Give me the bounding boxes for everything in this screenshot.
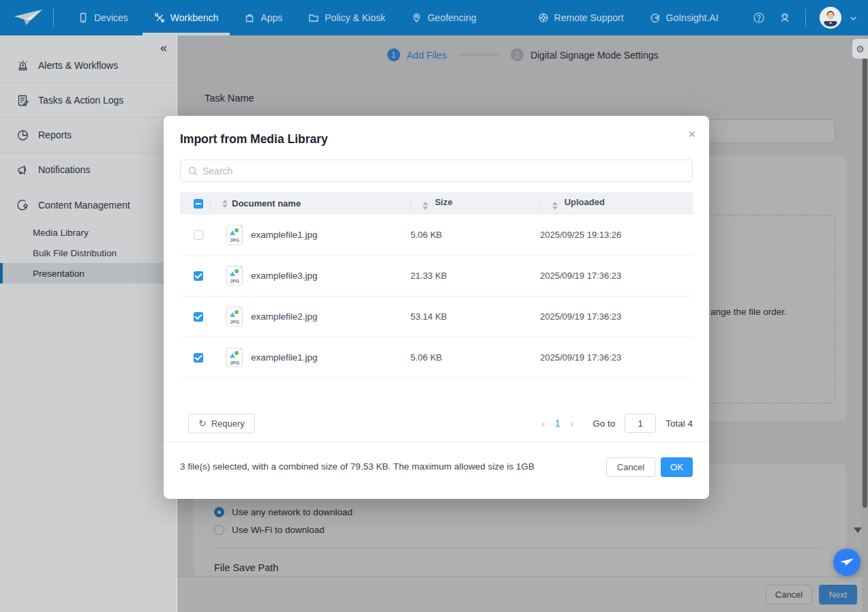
jpg-file-icon: JPG [226,225,243,245]
stepper: 1 Add Files 2 Digital Signage Mode Setti… [177,48,868,61]
modal-cancel-button[interactable]: Cancel [606,457,655,477]
table-row[interactable]: JPG examplefile1.jpg 5.06 KB 2025/09/25 … [180,215,693,256]
nav-item-label: Devices [94,12,128,23]
row-checkbox[interactable] [194,353,203,363]
column-header-size[interactable]: Size [435,197,453,207]
select-all-checkbox[interactable] [194,199,203,209]
wizard-cancel-button[interactable]: Cancel [766,585,812,605]
media-table: Document name Size Uploaded JPG exampl [180,192,693,437]
next-page-icon[interactable]: › [570,418,574,429]
airdroid-logo-icon[interactable] [12,7,44,28]
search-input[interactable] [203,166,666,177]
goto-label: Go to [593,418,615,429]
sidebar-subitem-media-library[interactable]: Media Library [0,222,177,243]
step-2-label: Digital Signage Mode Settings [530,50,659,61]
sidebar-item-reports[interactable]: Reports [0,118,177,153]
file-size: 21.33 KB [410,271,447,281]
task-name-label: Task Name [205,93,254,104]
settings-tab[interactable]: ⚙ [852,39,868,59]
file-size: 53.14 KB [410,311,447,322]
sidebar-item-alerts-workflows[interactable]: Alerts & Workflows [0,48,177,83]
requery-label: Requery [211,418,245,429]
sidebar-subitem-presentation[interactable]: Presentation [0,263,177,284]
nav-item-geofencing[interactable]: Geofencing [398,0,490,35]
nav-item-label: Workbench [170,12,219,23]
dropzone-hint-text: ange the file order. [710,307,787,317]
file-name: examplefile1.jpg [251,352,318,363]
nav-item-label: Policy & Kiosk [325,12,385,23]
search-box[interactable] [180,159,693,182]
nav-item-remote-support[interactable]: Remote Support [525,0,637,35]
avatar[interactable] [820,7,841,29]
jpg-file-icon: JPG [226,348,243,367]
radio-wifi-only[interactable]: Use Wi-Fi to download [214,525,325,535]
nav-item-devices[interactable]: Devices [65,0,141,35]
row-checkbox[interactable] [194,312,203,322]
sidebar-subitem-label: Media Library [33,228,89,238]
gear-icon: ⚙ [856,44,865,55]
modal-footer-divider [164,442,709,442]
column-separator [410,199,411,209]
file-size: 5.06 KB [410,352,442,363]
sidebar-subitem-label: Bulk File Distribution [33,248,117,258]
nav-item-policy-kiosk[interactable]: Policy & Kiosk [295,0,398,35]
radio-unselected-icon[interactable] [214,525,224,535]
radio-selected-icon[interactable] [214,507,224,517]
column-header-name[interactable]: Document name [232,198,301,209]
help-icon[interactable] [752,11,766,25]
nav-item-workbench[interactable]: Workbench [141,0,232,35]
column-header-uploaded[interactable]: Uploaded [565,197,605,207]
table-row[interactable]: JPG examplefile1.jpg 5.06 KB 2025/09/19 … [180,337,693,378]
top-navigation: Devices Workbench Apps Policy & Kiosk Ge… [0,0,868,35]
wizard-bottom-bar: Cancel Next [177,576,868,612]
requery-button[interactable]: ↻ Requery [188,414,255,433]
sidebar-menu: Alerts & Workflows Tasks & Action Logs R… [0,48,177,288]
support-agent-icon[interactable] [778,11,792,25]
sort-icon[interactable] [222,200,228,208]
sidebar-item-label: Content Management [38,200,130,211]
goinsight-icon [650,12,661,23]
devices-icon [78,12,89,23]
radio-label: Use any network to download [232,507,353,517]
total-count: Total 4 [665,418,693,429]
modal-ok-button[interactable]: OK [661,457,693,477]
goto-page-input[interactable] [625,414,656,433]
search-icon [188,166,198,176]
stepper-step-2: 2 Digital Signage Mode Settings [511,48,659,61]
sidebar-item-notifications[interactable]: Notifications [0,153,177,187]
sidebar-item-content-management[interactable]: Content Management [0,187,177,222]
selection-summary: 3 file(s) selected, with a combined size… [180,461,535,472]
table-row[interactable]: JPG examplefile2.jpg 53.14 KB 2025/09/19… [180,296,693,337]
jpg-file-icon: JPG [226,307,243,326]
close-icon[interactable]: × [688,127,695,140]
nav-item-label: GoInsight.AI [666,12,719,23]
pie-chart-icon [16,129,29,142]
file-uploaded: 2025/09/19 17:36:23 [540,352,621,363]
folder-icon [308,12,319,23]
radio-label: Use Wi-Fi to download [232,525,325,535]
row-checkbox[interactable] [194,271,203,281]
nav-item-label: Apps [260,12,282,23]
sidebar-subitem-bulk-file-distribution[interactable]: Bulk File Distribution [0,243,177,263]
current-page[interactable]: 1 [555,418,560,429]
nav-menu: Devices Workbench Apps Policy & Kiosk Ge… [65,0,732,35]
scrollbar-thumb[interactable] [863,58,867,508]
page-scrollbar[interactable] [862,35,868,612]
sidebar-subitem-label: Presentation [33,269,85,279]
sidebar-item-tasks-action-logs[interactable]: Tasks & Action Logs [0,83,177,118]
nav-item-goinsight[interactable]: GoInsight.AI [637,0,732,35]
wizard-next-button[interactable]: Next [819,585,857,605]
prev-page-icon[interactable]: ‹ [541,418,545,429]
assistant-float-button[interactable] [833,549,860,576]
table-row[interactable]: JPG examplefile3.jpg 21.33 KB 2025/09/19… [180,256,693,296]
nav-divider [53,9,54,27]
content-management-children: Media Library Bulk File Distribution Pre… [0,222,177,288]
radio-any-network[interactable]: Use any network to download [214,507,353,517]
sort-icon[interactable] [423,202,428,210]
chevron-down-icon[interactable] [850,12,857,24]
file-name: examplefile2.jpg [251,311,318,322]
sort-icon[interactable] [552,202,558,210]
step-1-circle: 1 [387,48,400,61]
row-checkbox[interactable] [194,230,203,240]
nav-item-apps[interactable]: Apps [231,0,295,35]
